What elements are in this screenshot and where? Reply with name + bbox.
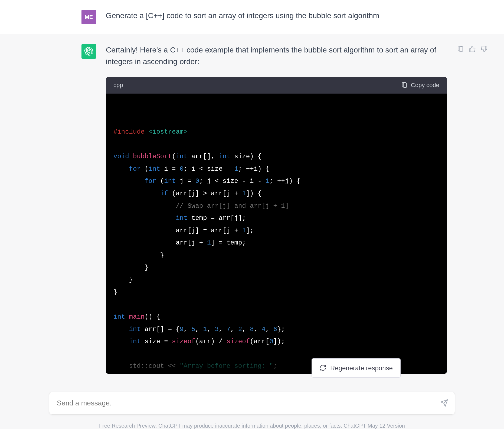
input-area: [0, 384, 504, 420]
assistant-actions: [457, 44, 499, 53]
code-content[interactable]: #include <iostream> void bubbleSort(int …: [106, 94, 447, 374]
assistant-avatar: [81, 44, 96, 59]
message-input[interactable]: [49, 392, 455, 415]
user-message-text: Generate a [C++] code to sort an array o…: [106, 10, 445, 21]
copy-code-button[interactable]: Copy code: [401, 81, 439, 90]
send-button[interactable]: [440, 399, 449, 407]
assistant-intro-text: Certainly! Here's a C++ code example tha…: [106, 44, 447, 68]
regenerate-label: Regenerate response: [330, 363, 393, 373]
code-block: cpp Copy code #include <iostream> void b…: [106, 77, 447, 374]
footer-disclaimer: Free Research Preview. ChatGPT may produ…: [0, 420, 504, 429]
clipboard-icon: [457, 45, 464, 52]
refresh-icon: [319, 364, 326, 371]
user-avatar-label: ME: [85, 14, 93, 20]
svg-rect-0: [403, 83, 407, 87]
user-avatar: ME: [81, 10, 96, 24]
clipboard-icon: [401, 82, 408, 88]
code-language-label: cpp: [113, 81, 123, 90]
thumbs-down-icon: [481, 45, 488, 52]
user-message-row: ME Generate a [C++] code to sort an arra…: [0, 0, 504, 34]
copy-code-label: Copy code: [411, 81, 439, 90]
regenerate-response-button[interactable]: Regenerate response: [312, 358, 401, 378]
copy-message-button[interactable]: [457, 45, 464, 53]
thumbs-up-button[interactable]: [469, 45, 476, 53]
code-header: cpp Copy code: [106, 77, 447, 94]
openai-logo-icon: [84, 47, 93, 56]
svg-rect-1: [459, 47, 463, 51]
thumbs-down-button[interactable]: [480, 45, 488, 53]
assistant-message-row: Certainly! Here's a C++ code example tha…: [0, 34, 504, 384]
thumbs-up-icon: [469, 45, 476, 52]
send-icon: [440, 399, 448, 407]
